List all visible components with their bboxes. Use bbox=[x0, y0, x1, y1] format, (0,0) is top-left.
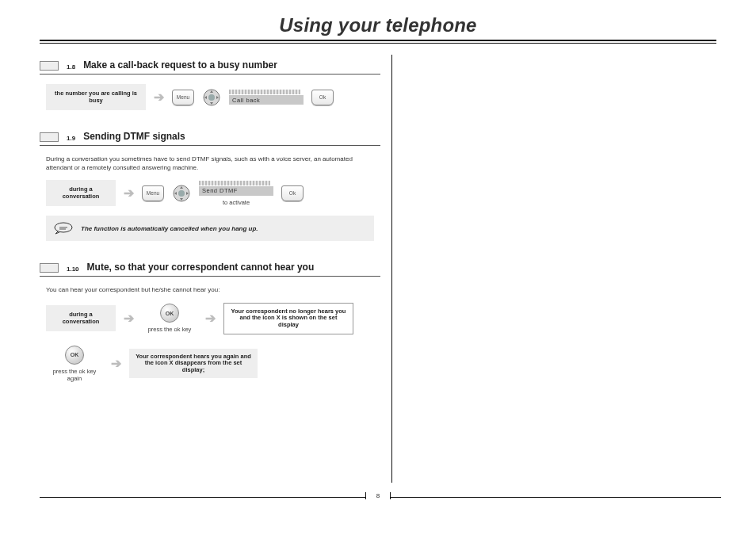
flow-1-9: during a conversation ➔ Menu Send DTMF t… bbox=[46, 180, 380, 206]
section-1-8-heading: 1.8 Make a call-back request to a busy n… bbox=[40, 59, 380, 75]
section-ornament bbox=[40, 61, 59, 71]
softkey-caption: to activate bbox=[223, 199, 250, 206]
rule-thin bbox=[40, 43, 716, 44]
section-intro: You can hear your correspondent but he/s… bbox=[46, 286, 380, 294]
softkey-label: Call back bbox=[229, 95, 304, 105]
state-box: the number you are calling is busy bbox=[46, 84, 146, 110]
menu-key-icon: Menu bbox=[172, 90, 194, 105]
note-text: The function is automatically cancelled … bbox=[81, 225, 258, 232]
section-number: 1.10 bbox=[67, 266, 79, 273]
arrow-icon: ➔ bbox=[124, 311, 134, 326]
menu-key-icon: Menu bbox=[142, 185, 164, 201]
section-title: Mute, so that your correspondent cannot … bbox=[87, 262, 315, 273]
state-box: during a conversation bbox=[46, 180, 116, 206]
note-box: The function is automatically cancelled … bbox=[46, 216, 374, 241]
section-1-10-heading: 1.10 Mute, so that your correspondent ca… bbox=[40, 262, 380, 277]
flow-1-8: the number you are calling is busy ➔ Men… bbox=[46, 84, 380, 110]
right-column bbox=[391, 55, 716, 483]
speech-bubble-icon bbox=[54, 222, 73, 235]
svg-point-1 bbox=[208, 94, 215, 101]
ok-caption: press the ok key again bbox=[46, 368, 103, 382]
ok-key-icon: Ok bbox=[311, 90, 334, 105]
arrow-icon: ➔ bbox=[154, 90, 164, 105]
arrow-icon: ➔ bbox=[124, 185, 134, 201]
rule-thick bbox=[40, 40, 716, 41]
navigator-wheel-icon bbox=[202, 88, 221, 107]
softkey-label: Send DTMF bbox=[199, 186, 273, 196]
left-column: 1.8 Make a call-back request to a busy n… bbox=[40, 55, 391, 483]
section-number: 1.9 bbox=[67, 135, 75, 142]
arrow-icon: ➔ bbox=[111, 356, 121, 371]
softkey-bar: Call back bbox=[229, 90, 304, 105]
ok-caption: press the ok key bbox=[148, 326, 192, 333]
ok-key-icon: Ok bbox=[281, 185, 304, 201]
result-box: Your correspondent no longer hears you a… bbox=[223, 303, 353, 334]
flow-1-10a: during a conversation ➔ OK press the ok … bbox=[46, 303, 380, 334]
section-title: Sending DTMF signals bbox=[83, 131, 185, 142]
section-ornament bbox=[40, 263, 59, 273]
state-box: during a conversation bbox=[46, 305, 116, 331]
softkey-bar: Send DTMF bbox=[199, 181, 273, 196]
section-ornament bbox=[40, 132, 59, 142]
section-intro: During a conversation you sometimes have… bbox=[46, 155, 380, 172]
page-title: Using your telephone bbox=[40, 14, 716, 36]
section-title: Make a call-back request to a busy numbe… bbox=[83, 59, 277, 71]
page-number: 8 bbox=[365, 492, 391, 499]
flow-1-10b: OK press the ok key again ➔ Your corresp… bbox=[46, 346, 380, 382]
navigator-wheel-icon bbox=[172, 184, 191, 203]
section-1-9-heading: 1.9 Sending DTMF signals bbox=[40, 131, 380, 146]
result-box: Your correspondent hears you again and t… bbox=[129, 349, 258, 379]
ok-button-icon: OK bbox=[65, 346, 84, 365]
arrow-icon: ➔ bbox=[205, 311, 216, 326]
ok-button-icon: OK bbox=[160, 304, 179, 323]
page-footer: 8 bbox=[40, 497, 716, 499]
svg-point-3 bbox=[178, 190, 185, 197]
section-number: 1.8 bbox=[67, 63, 75, 71]
